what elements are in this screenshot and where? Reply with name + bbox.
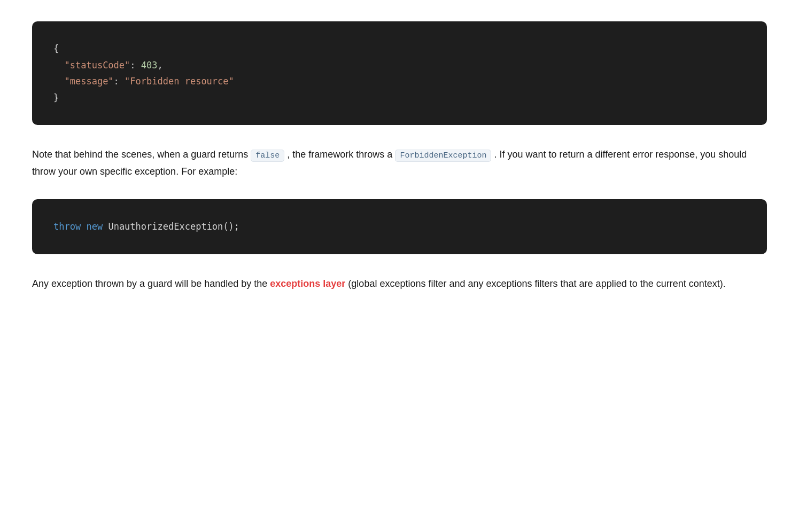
- prose-text-after-link: (global exceptions filter and any except…: [345, 278, 725, 289]
- json-key-statuscode: "statusCode": [64, 60, 130, 71]
- prose-section-2: Any exception thrown by a guard will be …: [32, 276, 767, 293]
- prose-text-before-link: Any exception thrown by a guard will be …: [32, 278, 270, 289]
- code-expression: [103, 221, 108, 232]
- prose-paragraph-1: Note that behind the scenes, when a guar…: [32, 146, 767, 180]
- inline-code-false: false: [251, 150, 284, 162]
- prose-text-before-false: Note that behind the scenes, when a guar…: [32, 149, 251, 160]
- prose-text-after-false: , the framework throws a: [284, 149, 392, 160]
- json-value-message: "Forbidden resource": [119, 76, 234, 87]
- exceptions-layer-link[interactable]: exceptions layer: [270, 278, 345, 289]
- json-close-brace: }: [53, 92, 59, 103]
- inline-code-forbidden-exception: ForbiddenException: [395, 150, 491, 162]
- json-key-message: "message": [64, 76, 113, 87]
- prose-paragraph-2: Any exception thrown by a guard will be …: [32, 276, 767, 293]
- code-unauthorized-exception: UnauthorizedException();: [108, 221, 239, 232]
- json-value-statuscode: 403: [136, 60, 158, 71]
- keyword-new: new: [86, 221, 103, 232]
- code-block-json: { "statusCode": 403, "message": "Forbidd…: [32, 21, 767, 125]
- prose-section-1: Note that behind the scenes, when a guar…: [32, 146, 767, 180]
- keyword-throw: throw: [53, 221, 81, 232]
- code-block-throw: throw new UnauthorizedException();: [32, 199, 767, 254]
- json-open-brace: {: [53, 43, 59, 54]
